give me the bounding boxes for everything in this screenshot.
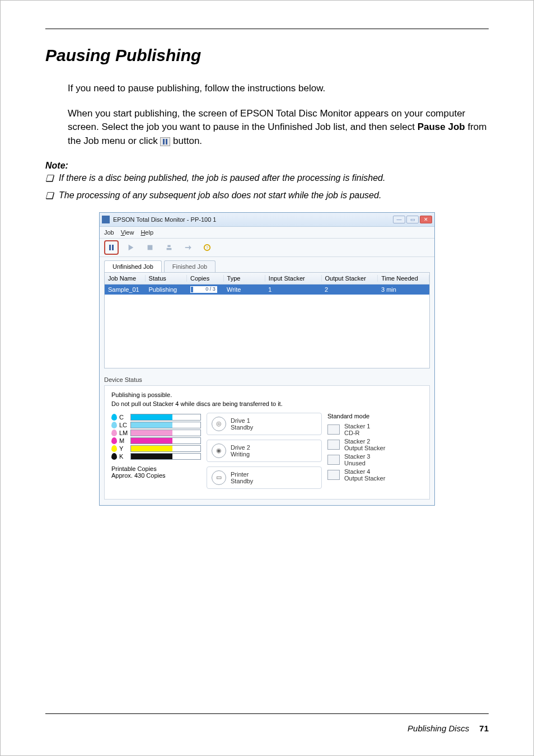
- col-job-name[interactable]: Job Name: [105, 275, 146, 282]
- ink-level-bar: [130, 414, 201, 421]
- note-item: ❏ If there is a disc being published, th…: [45, 173, 489, 184]
- ink-label: K: [119, 453, 130, 460]
- stacker-row: Stacker 1CD-R: [327, 423, 423, 436]
- job-type-cell: Write: [223, 286, 265, 293]
- stacker-row: Stacker 2Output Stacker: [327, 438, 423, 451]
- stacker-row: Stacker 4Output Stacker: [327, 468, 423, 482]
- svg-marker-0: [129, 244, 134, 250]
- para-part-a: When you start publishing, the screen of…: [68, 108, 465, 133]
- ink-drop-icon: [111, 430, 117, 436]
- window-titlebar: EPSON Total Disc Monitor - PP-100 1 — ▭ …: [100, 213, 434, 227]
- ink-drop-icon: [111, 437, 117, 444]
- bullet-icon: ❏: [45, 190, 59, 201]
- svg-text:?: ?: [206, 245, 208, 249]
- stacker-icon: [327, 424, 340, 435]
- drive-icon: ◉: [212, 444, 226, 458]
- ink-drop-icon: [111, 445, 117, 452]
- bullet-icon: ❏: [45, 173, 59, 184]
- mode-label: Standard mode: [327, 413, 423, 419]
- stacker-icon: [327, 440, 340, 450]
- priority-button[interactable]: [162, 241, 176, 254]
- tab-bar: Unfinished Job Finished Job: [104, 260, 430, 273]
- col-status[interactable]: Status: [146, 275, 187, 282]
- drive-label: Drive 1Standby: [231, 417, 253, 431]
- col-input-stacker[interactable]: Input Stacker: [265, 275, 322, 282]
- stop-button[interactable]: [143, 241, 157, 254]
- col-copies[interactable]: Copies: [187, 275, 224, 282]
- close-button[interactable]: ✕: [420, 216, 432, 223]
- ink-row: C: [111, 414, 201, 421]
- ink-drop-icon: [111, 414, 117, 421]
- svg-rect-2: [167, 248, 172, 250]
- footer-rule: [45, 713, 489, 714]
- svg-rect-1: [148, 245, 153, 250]
- device-status-line: Publishing is possible.: [111, 391, 423, 398]
- ink-row: LM: [111, 430, 201, 436]
- pause-job-label: Pause Job: [418, 122, 465, 132]
- maximize-button[interactable]: ▭: [406, 216, 419, 223]
- svg-rect-3: [167, 245, 170, 247]
- device-status-line: Do not pull out Stacker 4 while discs ar…: [111, 400, 423, 407]
- drive-box: ◉Drive 2Writing: [207, 440, 322, 462]
- device-status-heading: Device Status: [104, 376, 430, 383]
- para-part-c: button.: [170, 136, 202, 146]
- menu-view[interactable]: View: [121, 229, 134, 236]
- ink-drop-icon: [111, 422, 117, 428]
- ink-label: C: [119, 414, 130, 421]
- drive-icon: ▭: [212, 470, 226, 485]
- job-name-cell: Sample_01: [105, 286, 145, 293]
- page-footer: Publishing Discs 71: [407, 724, 489, 733]
- screenshot-window: EPSON Total Disc Monitor - PP-100 1 — ▭ …: [99, 212, 435, 506]
- ink-drop-icon: [111, 453, 117, 460]
- job-list-header: Job Name Status Copies Type Input Stacke…: [105, 273, 429, 284]
- menu-job[interactable]: Job: [104, 229, 114, 236]
- menu-bar: Job View Help: [100, 227, 434, 239]
- ink-level-bar: [130, 422, 201, 428]
- stacker-icon: [327, 455, 340, 465]
- minimize-button[interactable]: —: [393, 216, 405, 223]
- note-text: The processing of any subsequent job als…: [59, 190, 381, 201]
- stacker-label: Stacker 3Unused: [344, 453, 370, 466]
- stacker-label: Stacker 2Output Stacker: [344, 438, 385, 451]
- job-time-cell: 3 min: [378, 286, 429, 293]
- device-status-section: Device Status Publishing is possible. Do…: [100, 374, 434, 505]
- ink-label: LC: [119, 422, 130, 428]
- stacker-row: Stacker 3Unused: [327, 453, 423, 466]
- ink-label: M: [119, 437, 130, 444]
- help-button[interactable]: ?: [200, 241, 214, 254]
- col-output-stacker[interactable]: Output Stacker: [322, 275, 378, 282]
- stacker-label: Stacker 4Output Stacker: [344, 468, 385, 482]
- intro-paragraph: If you need to pause publishing, follow …: [68, 82, 489, 96]
- section-title: Pausing Publishing: [45, 46, 489, 65]
- stacker-label: Stacker 1CD-R: [344, 423, 370, 436]
- stacker-icon: [327, 470, 340, 480]
- tab-unfinished-job[interactable]: Unfinished Job: [104, 260, 162, 272]
- job-output-cell: 2: [321, 286, 378, 293]
- svg-marker-5: [189, 245, 191, 250]
- job-input-cell: 1: [265, 286, 321, 293]
- rule-top: [45, 29, 489, 29]
- menu-help[interactable]: Help: [140, 229, 153, 236]
- note-heading: Note:: [45, 161, 489, 171]
- resume-button[interactable]: [124, 241, 138, 254]
- drive-box: ◎Drive 1Standby: [207, 413, 322, 435]
- ink-level-bar: [130, 445, 201, 452]
- note-item: ❏ The processing of any subsequent job a…: [45, 190, 489, 201]
- ink-label: LM: [119, 430, 130, 436]
- ink-row: M: [111, 437, 201, 444]
- ink-level-bar: [130, 453, 201, 460]
- table-row[interactable]: Sample_01 Publishing 0 / 3 Write 1 2 3 m…: [105, 284, 429, 295]
- stackers-panel: Standard mode Stacker 1CD-RStacker 2Outp…: [327, 413, 423, 493]
- settings-button[interactable]: [181, 241, 195, 254]
- col-type[interactable]: Type: [224, 275, 265, 282]
- printable-copies: Printable CopiesApprox. 430 Copies: [111, 465, 201, 479]
- tab-finished-job[interactable]: Finished Job: [164, 260, 216, 272]
- ink-level-bar: [130, 430, 201, 436]
- instruction-paragraph: When you start publishing, the screen of…: [68, 107, 489, 148]
- ink-label: Y: [119, 445, 130, 452]
- drives-panel: ◎Drive 1Standby◉Drive 2Writing▭PrinterSt…: [207, 413, 322, 493]
- page-number: 71: [479, 724, 489, 733]
- job-list: Job Name Status Copies Type Input Stacke…: [104, 273, 430, 368]
- pause-button[interactable]: [104, 240, 119, 255]
- col-time-needed[interactable]: Time Needed: [378, 275, 429, 282]
